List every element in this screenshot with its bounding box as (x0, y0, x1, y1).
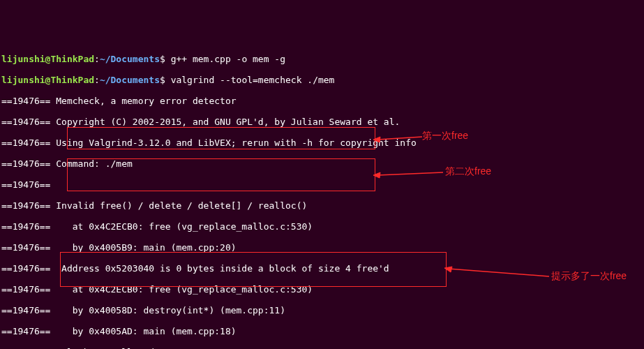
terminal-window[interactable]: lijunshi@ThinkPad:~/Documents$ g++ mem.c… (0, 42, 644, 349)
svg-marker-3 (373, 172, 380, 178)
output-line: ==19476== at 0x4C2ECB0: free (vg_replace… (1, 221, 643, 232)
output-line: ==19476== Address 0x5203040 is 0 bytes i… (1, 263, 643, 274)
cwd-path: ~/Documents (100, 54, 160, 64)
user-host: lijunshi@ThinkPad (1, 75, 94, 85)
command-text: g++ mem.cpp -o mem -g (171, 54, 285, 64)
annotation-arrow-icon (373, 168, 443, 179)
output-line: ==19476== Using Valgrind-3.12.0 and LibV… (1, 138, 643, 148)
output-line: ==19476== by 0x4005B9: main (mem.cpp:20) (1, 242, 643, 253)
prompt-line: lijunshi@ThinkPad:~/Documents$ g++ mem.c… (1, 54, 643, 64)
output-line: ==19476== at 0x4C2ECB0: free (vg_replace… (1, 284, 643, 295)
output-line: ==19476== Invalid free() / delete / dele… (1, 200, 643, 211)
svg-line-2 (377, 172, 443, 175)
annotation-label: 第二次free (445, 166, 491, 177)
output-line: ==19476== Copyright (C) 2002-2015, and G… (1, 117, 643, 127)
output-line: ==19476== by 0x40058D: destroy(int*) (me… (1, 305, 643, 315)
output-line: ==19476== Memcheck, a memory error detec… (1, 96, 643, 106)
annotation-label: 第一次free (422, 131, 468, 141)
output-line: ==19476== by 0x4005AD: main (mem.cpp:18) (1, 326, 643, 336)
command-text: valgrind --tool=memcheck ./mem (171, 75, 335, 85)
output-line: ==19476== Command: ./mem (1, 158, 643, 169)
cwd-path: ~/Documents (100, 75, 160, 85)
annotation-label: 提示多了一次free (551, 271, 627, 281)
output-line: ==19476== (1, 179, 643, 190)
user-host: lijunshi@ThinkPad (1, 54, 94, 64)
prompt-line: lijunshi@ThinkPad:~/Documents$ valgrind … (1, 75, 643, 85)
